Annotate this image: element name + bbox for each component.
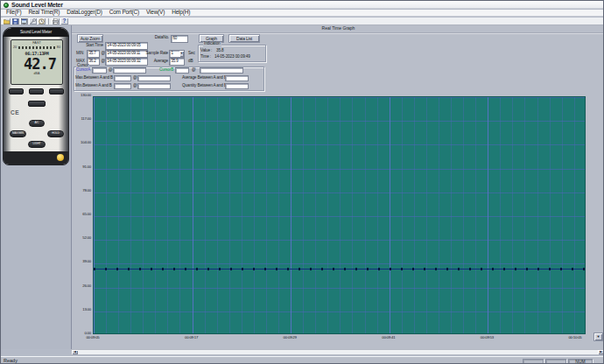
ce-mark: CE — [11, 110, 19, 116]
horizontal-scrollbar[interactable]: ◀ ▶ — [71, 349, 604, 355]
chart-corner-dropdown-button[interactable]: ▼ — [593, 332, 603, 341]
toolbar-separator — [48, 18, 49, 24]
real-time-window-button[interactable] — [20, 18, 28, 24]
menu-view[interactable]: View(V) — [143, 10, 168, 16]
average-field[interactable]: 35.9 — [169, 58, 185, 66]
cursor-a-at-sign: @ — [109, 68, 113, 73]
menu-com-port[interactable]: Com Port(C) — [106, 10, 143, 16]
menu-datalogger[interactable]: DataLogger(D) — [63, 10, 105, 16]
y-tick: 78.00 — [72, 189, 91, 192]
panel-title-divider — [72, 32, 604, 34]
min-value-field[interactable]: 35.7 — [87, 50, 100, 58]
y-tick: 13.00 — [72, 308, 91, 312]
open-button[interactable] — [3, 18, 11, 24]
wrench-icon — [30, 18, 36, 24]
cursor-a-toggle[interactable]: CursorA — [76, 68, 90, 73]
cursor-b-time-field[interactable] — [200, 67, 243, 74]
indication-value: 35.8 — [216, 49, 224, 53]
y-tick: 26.00 — [72, 284, 91, 288]
x-tick: 00:09:17 — [177, 336, 207, 340]
indication-group — [198, 45, 266, 62]
data-list-tab-button[interactable]: Data List — [228, 34, 260, 43]
cursor-a-value-field[interactable] — [92, 67, 107, 74]
indication-time-label: Time : — [200, 55, 211, 60]
x-tick: 00:09:41 — [374, 336, 404, 340]
menu-help[interactable]: Help(H) — [168, 10, 193, 16]
min-between-value-field[interactable] — [114, 83, 131, 89]
y-tick: 52.00 — [72, 236, 91, 240]
device-brand: Sound Level Meter — [20, 31, 52, 35]
status-bar: Ready NUM — [1, 356, 604, 364]
app-window: Sound Level Meter File(F) Real Time(R) D… — [0, 0, 604, 364]
save-floppy-icon — [12, 18, 18, 24]
sample-rate-combo[interactable]: 1 ▼ — [169, 50, 185, 58]
menu-file[interactable]: File(F) — [3, 10, 25, 16]
max-between-time-field[interactable] — [137, 75, 171, 81]
sound-level-series-line — [94, 268, 585, 270]
lcd-mode: FAST — [12, 42, 61, 46]
max-between-value-field[interactable] — [114, 75, 131, 81]
cursor-b-value-field[interactable] — [175, 67, 189, 74]
avg-between-field[interactable] — [225, 75, 249, 81]
device-lcd: FAST 20 80 06:17:13PM 42.7 dBA — [11, 39, 63, 85]
toolbar: ? — [1, 18, 604, 25]
y-tick: 91.00 — [72, 165, 91, 169]
x-tick: 00:09:53 — [472, 336, 502, 340]
min-between-at-sign: @ — [133, 84, 137, 88]
print-button[interactable] — [52, 18, 60, 24]
open-folder-icon — [4, 18, 10, 24]
device-top-band: Sound Level Meter — [4, 28, 68, 37]
device-key-light: LIGHT — [28, 141, 46, 148]
qty-between-label: Quantity Between A and B — [182, 84, 227, 88]
status-num-indicator: NUM — [568, 359, 593, 364]
status-cell-empty-1 — [523, 359, 544, 364]
scroll-left-arrow[interactable]: ◀ — [72, 350, 78, 354]
max-between-at-sign: @ — [133, 76, 137, 80]
sample-rate-unit: Sec — [188, 52, 195, 56]
device-image: Sound Level Meter FAST 20 80 06:17:13PM … — [3, 27, 69, 165]
device-key-hold: HOLD — [47, 130, 64, 137]
auto-zoom-button[interactable]: Auto Zoom — [77, 34, 103, 43]
average-label: Average — [145, 60, 168, 64]
clock-icon — [39, 18, 45, 24]
cursor-a-time-field[interactable] — [113, 67, 146, 74]
x-tick: 00:09:05 — [78, 336, 108, 340]
window-title: Sound Level Meter — [11, 2, 63, 8]
data-no-field[interactable]: 60 — [171, 35, 188, 43]
status-ready-text: Ready — [4, 359, 18, 364]
scroll-right-arrow[interactable]: ▶ — [598, 350, 604, 354]
y-tick: 65.00 — [72, 213, 91, 216]
device-key-maxmin: MAX/MIN — [10, 130, 26, 137]
printer-icon — [53, 18, 59, 24]
average-unit: dB — [188, 60, 193, 64]
cursor-b-at-sign: @ — [192, 68, 196, 73]
x-tick: 00:09:29 — [275, 336, 305, 340]
lcd-bargraph — [18, 46, 56, 49]
min-label: MIN — [76, 52, 83, 56]
setup-button[interactable] — [29, 18, 37, 24]
lcd-range-high: 80 — [57, 46, 60, 50]
cursor-b-toggle[interactable]: CursorB — [159, 68, 173, 73]
start-time-label: Start Time — [79, 44, 103, 48]
help-button[interactable]: ? — [60, 18, 68, 24]
menu-real-time[interactable]: Real Time(R) — [25, 10, 63, 16]
y-tick: 130.00 — [72, 94, 91, 97]
min-between-label: Min.Between A and B — [75, 84, 112, 88]
device-key-right — [49, 88, 64, 94]
qty-between-field[interactable] — [225, 83, 249, 89]
save-button[interactable] — [11, 18, 19, 24]
max-time-field[interactable]: 14-05-2023 00:09:32 — [105, 58, 148, 66]
min-time-field[interactable]: 14-05-2023 00:09:11 — [105, 50, 148, 58]
min-between-time-field[interactable] — [137, 83, 171, 89]
sampling-clock-button[interactable] — [38, 18, 46, 24]
status-cell-empty-2 — [545, 359, 566, 364]
y-tick: 117.00 — [72, 117, 91, 121]
start-time-field[interactable]: 14-05-2023 00:09:05 — [105, 42, 148, 50]
real-time-graph-panel: Real Time Graph Auto Zoom DataNo. 60 Gra… — [71, 25, 604, 349]
device-key-left — [9, 88, 24, 94]
chevron-down-icon[interactable]: ▼ — [179, 51, 184, 57]
app-icon — [4, 3, 9, 8]
device-key-power — [28, 101, 46, 107]
chart-plot-area[interactable] — [93, 96, 586, 334]
data-no-label: DataNo. — [149, 36, 169, 40]
